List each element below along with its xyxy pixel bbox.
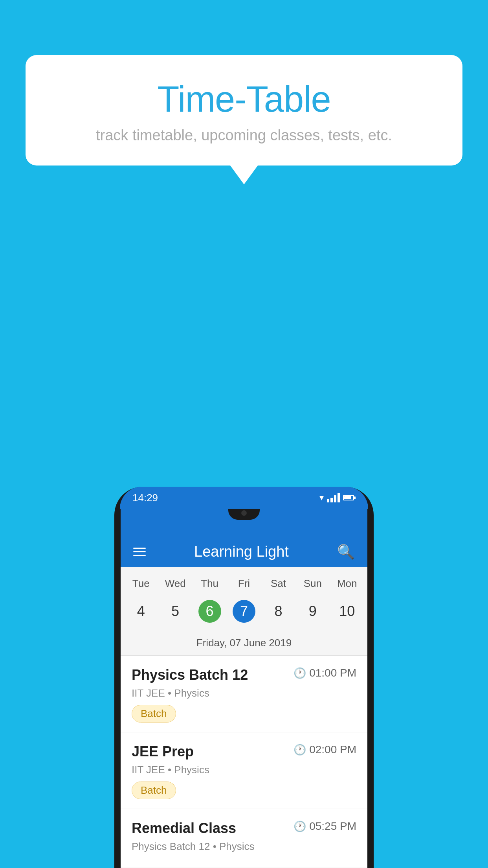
- schedule-item-3[interactable]: Remedial Class 🕐 05:25 PM Physics Batch …: [121, 809, 367, 868]
- app-title: Learning Light: [194, 543, 289, 560]
- notch: [228, 509, 260, 520]
- schedule-item-2-time-text: 02:00 PM: [309, 743, 356, 756]
- wifi-icon: ▾: [319, 493, 324, 503]
- bubble-subtitle: track timetable, upcoming classes, tests…: [41, 127, 447, 144]
- day-headers: Tue Wed Thu Fri Sat Sun Mon: [121, 567, 367, 593]
- selected-date-label: Friday, 07 June 2019: [121, 634, 367, 655]
- day-5[interactable]: 5: [158, 596, 192, 627]
- phone-outer: 14:29 ▾: [114, 487, 374, 868]
- phone-screen: Tue Wed Thu Fri Sat Sun Mon 4 5 6 7: [121, 567, 367, 868]
- schedule-item-2-time: 🕐 02:00 PM: [294, 743, 356, 756]
- schedule-item-3-time: 🕐 05:25 PM: [294, 820, 356, 833]
- batch-tag-1: Batch: [132, 705, 176, 723]
- schedule-section: Physics Batch 12 🕐 01:00 PM IIT JEE • Ph…: [121, 656, 367, 868]
- schedule-item-2-sub: IIT JEE • Physics: [132, 764, 356, 776]
- day-4[interactable]: 4: [124, 596, 158, 627]
- day-header-sun: Sun: [295, 574, 330, 593]
- schedule-item-2-title: JEE Prep: [132, 743, 194, 760]
- schedule-item-1[interactable]: Physics Batch 12 🕐 01:00 PM IIT JEE • Ph…: [121, 656, 367, 732]
- menu-icon[interactable]: [133, 548, 146, 556]
- schedule-item-1-time: 🕐 01:00 PM: [294, 667, 356, 679]
- schedule-item-1-header: Physics Batch 12 🕐 01:00 PM: [132, 667, 356, 683]
- schedule-item-3-header: Remedial Class 🕐 05:25 PM: [132, 820, 356, 837]
- bubble-title: Time-Table: [41, 79, 447, 120]
- search-icon[interactable]: 🔍: [337, 544, 355, 560]
- day-header-thu: Thu: [193, 574, 227, 593]
- speech-bubble: Time-Table track timetable, upcoming cla…: [26, 55, 462, 166]
- signal-bars-icon: [327, 493, 340, 502]
- schedule-item-1-title: Physics Batch 12: [132, 667, 248, 683]
- notch-row: [121, 509, 367, 536]
- day-10[interactable]: 10: [330, 596, 364, 627]
- calendar-section: Tue Wed Thu Fri Sat Sun Mon 4 5 6 7: [121, 567, 367, 656]
- notch-camera: [241, 510, 247, 516]
- schedule-item-3-title: Remedial Class: [132, 820, 236, 837]
- day-header-wed: Wed: [158, 574, 192, 593]
- clock-icon-2: 🕐: [294, 744, 306, 756]
- day-header-sat: Sat: [261, 574, 295, 593]
- status-time: 14:29: [132, 492, 158, 504]
- schedule-item-2-header: JEE Prep 🕐 02:00 PM: [132, 743, 356, 760]
- clock-icon-1: 🕐: [294, 667, 306, 679]
- today-green-circle: 6: [198, 600, 221, 623]
- day-header-fri: Fri: [227, 574, 261, 593]
- day-6[interactable]: 6: [193, 596, 227, 627]
- day-header-tue: Tue: [124, 574, 158, 593]
- day-numbers: 4 5 6 7 8 9 10: [121, 593, 367, 634]
- day-header-mon: Mon: [330, 574, 364, 593]
- schedule-item-1-sub: IIT JEE • Physics: [132, 687, 356, 699]
- day-7[interactable]: 7: [227, 596, 261, 627]
- phone-wrapper: 14:29 ▾: [114, 487, 374, 868]
- status-bar: 14:29 ▾: [120, 487, 368, 509]
- day-9[interactable]: 9: [295, 596, 330, 627]
- speech-bubble-container: Time-Table track timetable, upcoming cla…: [26, 55, 462, 166]
- schedule-item-3-time-text: 05:25 PM: [309, 820, 356, 833]
- clock-icon-3: 🕐: [294, 820, 306, 833]
- batch-tag-2: Batch: [132, 782, 176, 799]
- today-blue-circle: 7: [233, 600, 255, 623]
- schedule-item-2[interactable]: JEE Prep 🕐 02:00 PM IIT JEE • Physics Ba…: [121, 732, 367, 809]
- app-bar: Learning Light 🔍: [121, 536, 367, 567]
- schedule-item-1-time-text: 01:00 PM: [309, 667, 356, 679]
- status-icons: ▾: [319, 493, 356, 503]
- schedule-item-3-sub: Physics Batch 12 • Physics: [132, 840, 356, 853]
- day-8[interactable]: 8: [261, 596, 295, 627]
- battery-icon: [343, 495, 356, 500]
